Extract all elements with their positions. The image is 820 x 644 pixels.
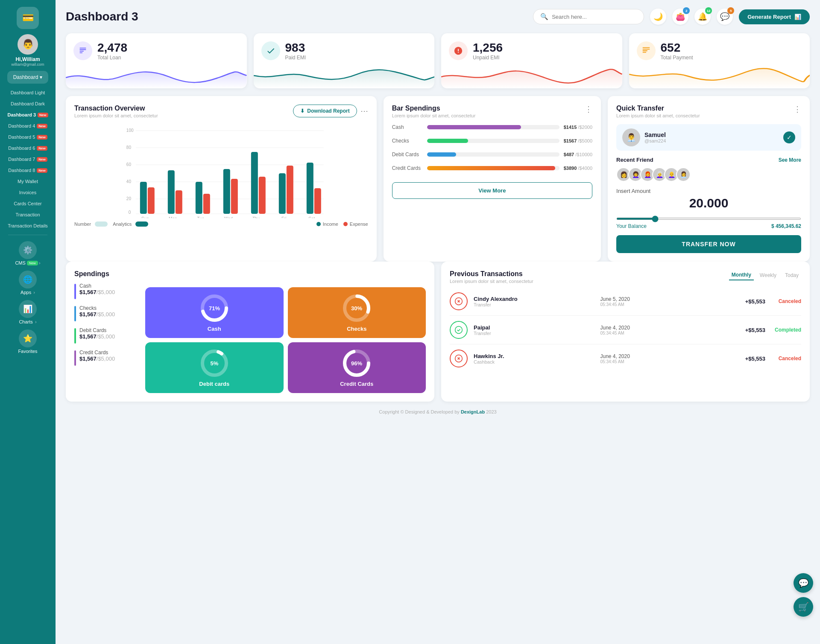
wallet-btn[interactable]: 👛 2 xyxy=(672,9,688,25)
paid-emi-icon xyxy=(261,41,280,60)
sidebar-item-transaction[interactable]: Transaction xyxy=(3,209,52,220)
spending-leg-credit: Credit Cards $1,567/$5,000 xyxy=(74,350,138,366)
paid-emi-wave xyxy=(254,65,435,88)
recent-friends-row: Recent Friend See More xyxy=(616,157,801,163)
txn-type-2: Transfer xyxy=(474,331,594,336)
sidebar-charts[interactable]: 📊 Charts › xyxy=(19,300,37,324)
balance-row: Your Balance $ 456,345.62 xyxy=(616,223,801,229)
donut-cash-label: Cash xyxy=(208,326,221,332)
prev-txn-title: Previous Transactions xyxy=(450,270,533,278)
tab-weekly[interactable]: Weekly xyxy=(757,270,779,280)
debit-fill xyxy=(427,152,456,157)
legend-expense: Expense xyxy=(343,221,368,227)
total-loan-wave xyxy=(66,65,247,88)
txn-amount-2: +$5,553 xyxy=(645,327,766,333)
bar-chart: 100 80 60 40 20 0 Sun Mon Tue xyxy=(74,124,368,218)
insert-amount-label: Insert Amount xyxy=(616,188,801,194)
sidebar-item-transaction-details[interactable]: Transaction Details xyxy=(3,220,52,231)
spending-leg-checks: Checks $1,567/$5,000 xyxy=(74,305,138,321)
svg-rect-33 xyxy=(314,188,321,214)
spending-label-credit: Credit Cards xyxy=(392,165,423,171)
notifications-btn[interactable]: 🔔 12 xyxy=(694,9,711,25)
sidebar-item-dashboard7[interactable]: Dashboard 7 New xyxy=(3,154,52,165)
sidebar-item-invoices[interactable]: Invoices xyxy=(3,187,52,198)
svg-rect-27 xyxy=(231,179,238,214)
txn-amount-3: +$5,553 xyxy=(645,356,766,362)
total-payment-icon xyxy=(637,41,656,60)
svg-text:0: 0 xyxy=(129,210,131,215)
donut-checks: 30% Checks xyxy=(288,287,426,338)
svg-text:Tue: Tue xyxy=(197,216,204,218)
sidebar-item-wallet[interactable]: My Wallet xyxy=(3,176,52,187)
svg-text:96%: 96% xyxy=(351,360,362,367)
notif-badge: 12 xyxy=(705,7,712,14)
dark-mode-btn[interactable]: 🌙 xyxy=(650,9,666,25)
view-more-btn[interactable]: View More xyxy=(392,182,592,199)
chat-btn[interactable]: 💬 5 xyxy=(717,9,733,25)
txn-date-3: June 4, 2020 xyxy=(600,353,639,359)
sidebar-item-dashboard-light[interactable]: Dashboard Light xyxy=(3,87,52,98)
txn-time-1: 05:34:45 AM xyxy=(600,302,639,307)
new-badge: New xyxy=(37,168,47,173)
support-float-btn[interactable]: 💬 xyxy=(794,573,813,593)
svg-rect-32 xyxy=(307,163,313,214)
generate-report-btn[interactable]: Generate Report 📊 xyxy=(739,9,810,24)
sidebar-favorites[interactable]: ⭐ Favorites xyxy=(18,329,37,354)
download-report-btn[interactable]: ⬇ Download Report xyxy=(293,105,357,117)
dashboard-toggle[interactable]: Dashboard ▾ xyxy=(7,71,49,84)
friend-6[interactable]: 👩‍💼 xyxy=(676,167,691,182)
sidebar-item-dashboard8[interactable]: Dashboard 8 New xyxy=(3,165,52,176)
footer-link[interactable]: DexignLab xyxy=(461,409,485,414)
search-box[interactable]: 🔍 xyxy=(533,9,644,24)
transfer-now-btn[interactable]: TRANSFER NOW xyxy=(616,235,801,253)
txn-more-btn[interactable]: ⋯ xyxy=(360,106,368,116)
search-input[interactable] xyxy=(552,14,637,20)
amount-slider[interactable] xyxy=(616,218,801,220)
bar-spendings-more-btn[interactable]: ⋮ xyxy=(585,105,592,114)
cart-float-btn[interactable]: 🛒 xyxy=(794,597,813,617)
bottom-row: Spendings Cash $1,567/$5,000 xyxy=(66,262,810,402)
sidebar-item-dashboard5[interactable]: Dashboard 5 New xyxy=(3,131,52,143)
credit-fill xyxy=(427,166,556,170)
sidebar-item-dashboard6[interactable]: Dashboard 6 New xyxy=(3,143,52,154)
see-more-link[interactable]: See More xyxy=(779,157,801,163)
previous-transactions-card: Previous Transactions Lorem ipsum dolor … xyxy=(441,262,810,402)
total-payment-value: 652 xyxy=(661,41,693,55)
cash-fill xyxy=(427,125,521,129)
svg-text:Thu: Thu xyxy=(252,216,260,218)
dashboard-btn-label: Dashboard xyxy=(13,74,38,80)
quick-transfer-more-btn[interactable]: ⋮ xyxy=(794,105,801,114)
unpaid-emi-value: 1,256 xyxy=(473,41,503,55)
svg-text:Sat: Sat xyxy=(308,216,315,218)
txn-row-2: Paipal Transfer June 4, 2020 05:34:45 AM… xyxy=(450,316,801,344)
sidebar-cms[interactable]: ⚙️ CMS New › xyxy=(15,241,40,265)
checks-fill xyxy=(427,139,468,143)
txn-overview-title: Transaction Overview xyxy=(74,105,158,112)
svg-rect-23 xyxy=(176,190,182,214)
new-badge: New xyxy=(38,113,48,117)
sidebar-item-cards-center[interactable]: Cards Center xyxy=(3,198,52,209)
tab-monthly[interactable]: Monthly xyxy=(729,270,754,280)
sidebar-item-dashboard3[interactable]: Dashboard 3 New xyxy=(3,109,52,120)
cms-icon: ⚙️ xyxy=(19,241,37,259)
tab-today[interactable]: Today xyxy=(782,270,801,280)
download-icon: ⬇ xyxy=(300,108,305,114)
txn-icon-1 xyxy=(450,292,468,310)
total-loan-label: Total Loan xyxy=(97,55,127,61)
cash-track xyxy=(427,125,559,129)
stat-card-paid-emi: 983 Paid EMI xyxy=(254,33,435,88)
txn-overview-subtitle: Lorem ipsum dolor sit amet, consectetur xyxy=(74,113,158,118)
new-badge: New xyxy=(37,124,47,128)
svg-rect-24 xyxy=(196,182,202,214)
txn-date-2: June 4, 2020 xyxy=(600,325,639,331)
unpaid-emi-icon xyxy=(449,41,468,60)
total-payment-label: Total Payment xyxy=(661,55,693,61)
sidebar-item-dashboard4[interactable]: Dashboard 4 New xyxy=(3,120,52,131)
sidebar-item-dashboard-dark[interactable]: Dashboard Dark xyxy=(3,98,52,109)
header-actions: 🔍 🌙 👛 2 🔔 12 💬 5 Generate Report 📊 xyxy=(533,9,810,25)
sidebar-apps[interactable]: 🌐 Apps › xyxy=(19,271,37,295)
svg-rect-22 xyxy=(168,170,175,214)
unpaid-emi-wave xyxy=(441,65,622,88)
svg-text:20: 20 xyxy=(126,196,132,201)
credit-track xyxy=(427,166,559,170)
